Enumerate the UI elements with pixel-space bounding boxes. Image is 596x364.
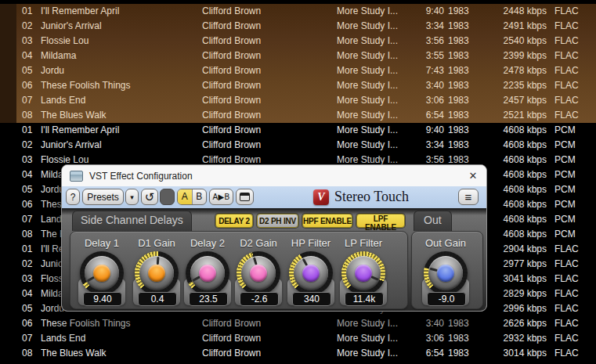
out-gain-knob[interactable]	[424, 251, 468, 295]
cell-title: Junior's Arrival	[41, 19, 199, 34]
cell-year: 1983	[448, 49, 481, 63]
knob-label: LP Filter	[331, 237, 396, 249]
cell-codec: FLAC	[554, 49, 595, 63]
presets-button[interactable]: Presets	[82, 189, 124, 205]
delay-1-knob[interactable]	[80, 251, 124, 295]
cell-duration: 3:40	[406, 316, 444, 331]
redo-button[interactable]	[160, 189, 175, 205]
cell-year: 1983	[448, 316, 481, 331]
menu-button[interactable]: ≡	[458, 189, 479, 205]
toggle-d2-ph-inv[interactable]: D2 PH INV	[257, 214, 298, 228]
cell-artist: Clifford Brown	[202, 49, 334, 63]
table-row[interactable]: 05JorduClifford BrownMore Study I...7:43…	[0, 63, 596, 78]
cell-codec: FLAC	[554, 19, 595, 34]
cell-duration: 9:40	[406, 4, 444, 19]
table-row[interactable]: 03Flossie LouClifford BrownMore Study I.…	[0, 34, 596, 49]
undo-button[interactable]: ↺	[141, 189, 158, 205]
delay-2-value[interactable]: 23.5	[189, 292, 228, 306]
ab-compare-a-button[interactable]: A	[178, 189, 192, 204]
ab-compare-group: A B	[177, 189, 207, 205]
cell-artist: Clifford Brown	[202, 19, 334, 34]
cell-bitrate: 2829 kbps	[482, 287, 547, 301]
knob-cap	[250, 265, 267, 282]
out-gain-value[interactable]: -9.0	[427, 292, 466, 306]
table-row[interactable]: 08The Blues WalkClifford BrownMore Study…	[0, 108, 596, 123]
cell-album: More Study I...	[337, 138, 409, 153]
cell-codec: FLAC	[554, 257, 595, 272]
cell-codec: FLAC	[554, 301, 595, 316]
table-row[interactable]: 08The Blues WalkClifford BrownMore Study…	[0, 346, 596, 361]
tab-out[interactable]: Out	[414, 211, 452, 231]
plugin-toolbar: ? Presets ▾ ↺ A B A▶B V Stereo Touch ≡	[62, 186, 486, 208]
d2-gain-knob[interactable]	[237, 251, 280, 295]
cell-album: More Study I...	[337, 123, 409, 138]
table-row[interactable]: 07Lands EndClifford BrownMore Study I...…	[0, 93, 596, 108]
cell-bitrate: 2478 kbps	[482, 63, 547, 78]
help-button[interactable]: ?	[66, 189, 80, 205]
out-gain-knob-group: Out Gain-9.0	[418, 232, 473, 308]
cell-album: More Study I...	[337, 316, 409, 331]
d2-gain-value[interactable]: -2.6	[240, 292, 279, 306]
cell-codec: FLAC	[554, 34, 595, 49]
out-groupbox: Out Gain-9.0	[411, 231, 483, 309]
cell-artist: Clifford Brown	[202, 4, 334, 19]
cell-num: 04	[22, 168, 39, 182]
cell-duration: 3:55	[406, 49, 444, 63]
lp-filter-value[interactable]: 11.4k	[345, 292, 384, 306]
toggle-delay-2[interactable]: DELAY 2	[215, 214, 253, 228]
close-icon[interactable]: ✕	[460, 170, 486, 182]
playlist-group: 01I'll Remember AprilClifford BrownMore …	[0, 4, 596, 123]
lp-filter-knob-group: LP Filter11.4k	[336, 232, 391, 308]
knob-cap	[148, 265, 165, 282]
hp-filter-value[interactable]: 340	[292, 292, 331, 306]
d1-gain-value[interactable]: 0.4	[138, 292, 177, 306]
presets-dropdown-button[interactable]: ▾	[125, 189, 139, 205]
cell-bitrate: 4608 kbps	[482, 197, 547, 212]
table-row[interactable]: 06These Foolish ThingsClifford BrownMore…	[0, 316, 596, 331]
cell-album: More Study I...	[337, 93, 409, 108]
delay-1-value[interactable]: 9.40	[83, 292, 122, 306]
cell-codec: PCM	[554, 153, 595, 168]
lp-filter-knob[interactable]	[341, 251, 385, 295]
cell-bitrate: 2977 kbps	[482, 257, 547, 272]
knob-cap	[199, 265, 216, 282]
cell-bitrate: 4608 kbps	[482, 123, 547, 138]
vst-effect-configuration-dialog: VST Effect Configuration ✕ ? Presets ▾ ↺…	[61, 164, 487, 312]
ab-compare-b-button[interactable]: B	[192, 189, 207, 204]
dialog-titlebar[interactable]: VST Effect Configuration ✕	[62, 165, 486, 186]
cell-bitrate: 2235 kbps	[482, 78, 547, 93]
table-row[interactable]: 02Junior's ArrivalClifford BrownMore Stu…	[0, 19, 596, 34]
cell-album: More Study I...	[337, 108, 409, 123]
cell-title: I'll Remember April	[41, 123, 199, 138]
cell-album: More Study I...	[337, 78, 409, 93]
table-row[interactable]: 02Junior's ArrivalClifford BrownMore Stu…	[0, 138, 596, 153]
cell-duration: 3:06	[406, 93, 444, 108]
delay-2-knob[interactable]	[186, 251, 229, 295]
cell-num: 06	[22, 316, 39, 331]
toggle-lpf-enable[interactable]: LPF ENABLE	[356, 214, 405, 228]
side-channel-delays-groupbox: Delay 19.40D1 Gain0.4Delay 223.5D2 Gain-…	[70, 231, 408, 309]
cell-artist: Clifford Brown	[202, 346, 334, 361]
knob-cap	[93, 265, 110, 282]
dialog-title: VST Effect Configuration	[89, 171, 193, 182]
cell-num: 08	[22, 346, 39, 361]
table-row[interactable]: 04MildamaClifford BrownMore Study I...3:…	[0, 49, 596, 63]
cell-bitrate: 2448 kbps	[482, 4, 547, 19]
cell-artist: Clifford Brown	[202, 138, 334, 153]
hp-filter-knob[interactable]	[289, 251, 333, 295]
cell-num: 01	[22, 123, 39, 138]
copy-a-to-b-button[interactable]: A▶B	[209, 189, 233, 205]
toggle-hpf-enable[interactable]: HPF ENABLE	[302, 214, 352, 228]
cell-title: The Blues Walk	[41, 108, 199, 123]
table-row[interactable]: 01I'll Remember AprilClifford BrownMore …	[0, 4, 596, 19]
window-panel-button[interactable]	[236, 189, 254, 205]
d1-gain-knob[interactable]	[135, 251, 179, 295]
cell-bitrate: 2491 kbps	[482, 19, 547, 34]
cell-num: 04	[22, 287, 39, 301]
cell-num: 03	[22, 34, 39, 49]
cell-album: More Study I...	[337, 346, 409, 361]
table-row[interactable]: 06These Foolish ThingsClifford BrownMore…	[0, 78, 596, 93]
tab-side-channel-delays[interactable]: Side Channel Delays	[72, 211, 192, 231]
table-row[interactable]: 07Lands EndClifford BrownMore Study I...…	[0, 331, 596, 346]
table-row[interactable]: 01I'll Remember AprilClifford BrownMore …	[0, 123, 596, 138]
